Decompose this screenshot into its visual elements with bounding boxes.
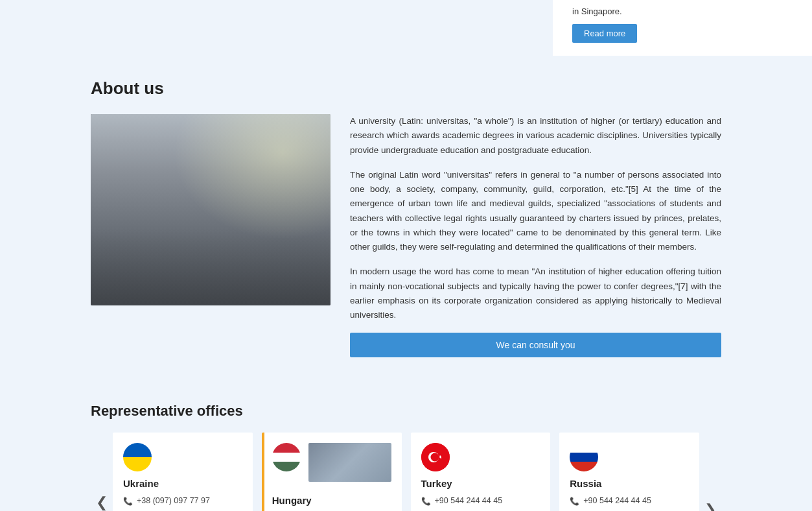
flag-ukraine <box>123 443 152 471</box>
about-title: About us <box>91 78 721 99</box>
about-content: A university (Latin: universitas, "a who… <box>91 114 721 357</box>
offices-title: Representative offices <box>91 403 721 420</box>
office-card-hungary: Hungary 📞 +38 (097) 097 77 97 📍 Zugliget… <box>262 433 402 511</box>
office-scene-image <box>91 114 331 305</box>
about-text: A university (Latin: universitas, "a who… <box>350 114 721 357</box>
office-phone-russia: 📞 +90 544 244 44 45 <box>570 495 689 507</box>
top-read-more-button[interactable]: Read more <box>572 24 637 43</box>
office-name-hungary: Hungary <box>272 495 391 506</box>
about-paragraph-2: The original Latin word "universitas" re… <box>350 168 721 255</box>
about-section: About us A university (Latin: universita… <box>0 59 812 383</box>
arrow-left-icon: ❮ <box>96 494 108 511</box>
phone-icon-ukraine: 📞 <box>123 496 133 507</box>
arrow-right-icon: ❯ <box>704 501 716 511</box>
about-image <box>91 114 331 305</box>
about-paragraph-3: In modern usage the word has come to mea… <box>350 265 721 322</box>
top-card: in Singapore. Read more <box>553 0 812 56</box>
office-name-russia: Russia <box>570 478 689 489</box>
hungary-building-image <box>308 443 391 482</box>
top-card-text: in Singapore. <box>572 6 793 16</box>
office-card-russia: Russia 📞 +90 544 244 44 45 📍 Moscow, Len… <box>559 433 699 511</box>
hungary-header <box>272 443 391 488</box>
flag-hungary <box>272 443 301 471</box>
office-name-ukraine: Ukraine <box>123 478 242 489</box>
offices-section: Representative offices ❮ ☞ Ukraine 📞 +38… <box>0 383 812 511</box>
consult-button[interactable]: We can consult you <box>350 333 721 357</box>
phone-icon-russia: 📞 <box>570 496 579 507</box>
office-phone-turkey: 📞 +90 544 244 44 45 <box>421 495 540 507</box>
office-phone-ukraine: 📞 +38 (097) 097 77 97 <box>123 495 242 507</box>
top-banner: in Singapore. Read more <box>0 0 812 59</box>
offices-carousel: ❮ ☞ Ukraine 📞 +38 (097) 097 77 97 📍 Rogn… <box>91 433 721 511</box>
office-card-turkey: Turkey 📞 +90 544 244 44 45 📍 Aksemsettim… <box>411 433 551 511</box>
svg-point-2 <box>430 453 439 462</box>
offices-list: Ukraine 📞 +38 (097) 097 77 97 📍 Rognedin… <box>113 433 699 511</box>
phone-icon-turkey: 📞 <box>421 496 431 507</box>
carousel-next-button[interactable]: ❯ <box>699 496 721 511</box>
about-paragraph-1: A university (Latin: universitas, "a who… <box>350 114 721 158</box>
office-name-turkey: Turkey <box>421 478 540 489</box>
flag-turkey <box>421 443 450 471</box>
office-card-ukraine: Ukraine 📞 +38 (097) 097 77 97 📍 Rognedin… <box>113 433 253 511</box>
flag-russia <box>570 443 598 471</box>
carousel-prev-button[interactable]: ❮ ☞ <box>91 489 113 511</box>
